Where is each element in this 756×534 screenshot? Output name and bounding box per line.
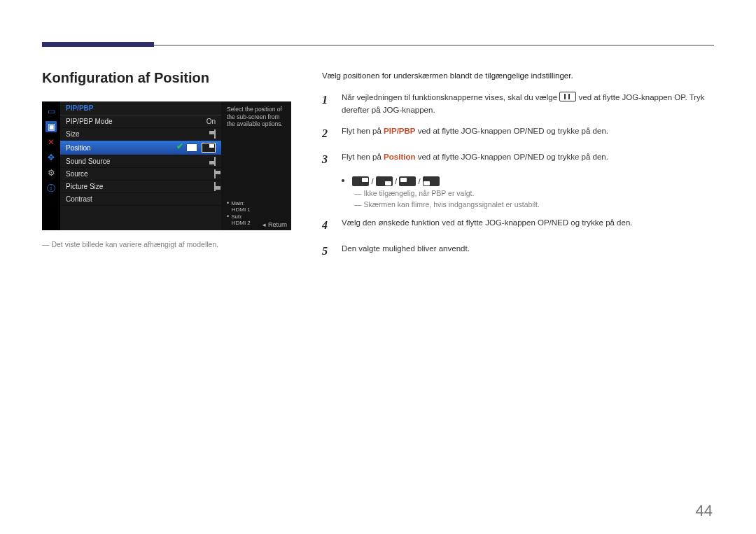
osd-row-picture-size: Picture Size — [60, 181, 221, 193]
step-number: 1 — [322, 92, 332, 117]
checkmark-icon — [186, 143, 197, 152]
osd-row-sound: Sound Source — [60, 155, 221, 168]
osd-screenshot: ▭ ▣ ✕ ✥ ⚙ ⓘ PIP/PBP PIP/PBP Mode On — [42, 101, 291, 230]
note-pbp: Ikke tilgængelig, når PBP er valgt. — [354, 189, 714, 197]
step-number: 2 — [322, 125, 332, 143]
osd-sidebar: ▭ ▣ ✕ ✥ ⚙ ⓘ — [42, 101, 60, 230]
intro-text: Vælg positionen for underskærmen blandt … — [322, 70, 714, 82]
position-option-bl-icon — [423, 176, 440, 186]
osd-help-text: Select the position of the sub-screen fr… — [227, 106, 286, 128]
header-rule — [42, 45, 714, 45]
osd-row-contrast: Contrast — [60, 193, 221, 206]
note-flicker: Skærmen kan flimre, hvis indgangssignale… — [354, 200, 714, 209]
osd-row-position-selected: Position — [60, 141, 221, 155]
osd-row-source: Source — [60, 168, 221, 181]
step-3: 3 Flyt hen på Position ved at flytte JOG… — [322, 151, 714, 169]
step-4: 4 Vælg den ønskede funktion ved at flytt… — [322, 217, 714, 234]
step-5: 5 Den valgte mulighed bliver anvendt. — [322, 243, 714, 260]
pip-pos-icon-br — [214, 157, 216, 166]
menu-button-icon — [559, 92, 576, 101]
step-2: 2 Flyt hen på PIP/PBP ved at flytte JOG-… — [322, 125, 714, 143]
osd-help-panel: Select the position of the sub-screen fr… — [221, 101, 291, 230]
keyword-pip-pbp: PIP/PBP — [384, 127, 415, 135]
header-accent — [42, 42, 154, 47]
pip-pos-icon-tl — [214, 169, 216, 178]
keyword-position: Position — [384, 153, 415, 161]
monitor-icon: ▭ — [46, 106, 57, 117]
gear-icon: ⚙ — [46, 167, 57, 178]
info-icon: ⓘ — [46, 183, 57, 194]
step-1: 1 Når vejledningen til funktionsknappern… — [322, 92, 714, 117]
position-option-br-icon — [376, 176, 393, 186]
cross-icon: ✕ — [46, 136, 57, 148]
osd-return-label: Return — [262, 221, 287, 228]
move-icon: ✥ — [46, 152, 57, 163]
osd-row-mode: PIP/PBP Mode On — [60, 115, 221, 128]
position-option-tl-icon — [399, 176, 416, 186]
step-number: 4 — [322, 217, 332, 234]
position-options: / / / — [342, 176, 714, 186]
section-title: Konfiguration af Position — [42, 70, 294, 86]
pip-icon: ▣ — [46, 121, 57, 132]
step-number: 3 — [322, 151, 332, 169]
osd-row-size: Size — [60, 128, 221, 141]
pip-pos-icon-tr — [202, 143, 216, 153]
pip-pos-icon-bl — [214, 182, 216, 191]
position-option-tr-icon — [352, 176, 369, 186]
step-number: 5 — [322, 243, 332, 260]
osd-header: PIP/PBP — [60, 101, 221, 115]
footnote-left: Det viste billede kan variere afhængigt … — [42, 240, 294, 248]
page-number: 44 — [696, 502, 713, 520]
pip-size-icon — [214, 129, 216, 139]
